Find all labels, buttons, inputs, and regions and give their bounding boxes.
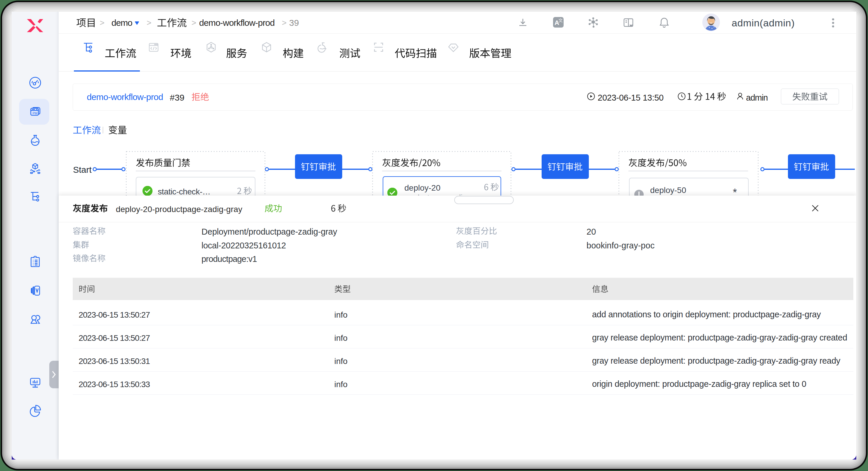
svg-text:PM: PM <box>33 112 37 115</box>
